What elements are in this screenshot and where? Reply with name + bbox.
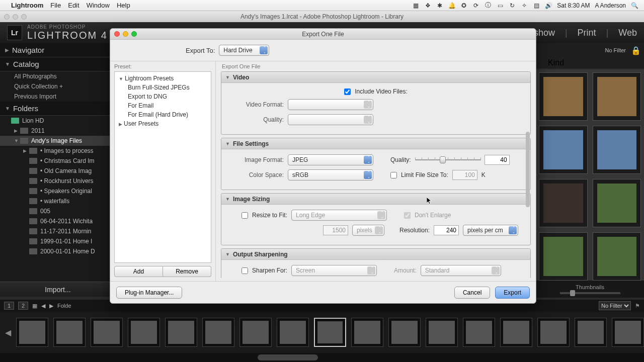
grid-thumb[interactable] bbox=[593, 126, 641, 174]
flag-icon[interactable]: ⚑ bbox=[635, 303, 640, 309]
spotlight-icon[interactable]: 🔍 bbox=[631, 2, 638, 9]
export-button[interactable]: Export bbox=[495, 287, 530, 299]
film-thumb[interactable] bbox=[612, 318, 644, 347]
grid-thumb[interactable] bbox=[593, 232, 641, 281]
menubar-clock[interactable]: Sat 8:30 AM bbox=[557, 2, 590, 9]
grid-thumb[interactable] bbox=[539, 232, 588, 281]
status-icon-3[interactable]: ✱ bbox=[436, 2, 443, 9]
menu-file[interactable]: File bbox=[50, 2, 61, 9]
time-machine-icon[interactable]: ↻ bbox=[509, 2, 516, 9]
film-thumb[interactable] bbox=[426, 318, 458, 347]
status-icon-10[interactable]: ✧ bbox=[521, 2, 528, 9]
preset-item[interactable]: For Email (Hard Drive) bbox=[115, 110, 211, 119]
catalog-all-photos[interactable]: All Photographs bbox=[0, 71, 116, 81]
catalog-previous-import[interactable]: Previous Import bbox=[0, 92, 116, 102]
section-image-sizing-header[interactable]: ▼Image Sizing bbox=[221, 194, 530, 205]
filter-select[interactable]: No Filter bbox=[599, 301, 631, 310]
film-thumb[interactable] bbox=[128, 318, 160, 347]
film-thumb[interactable] bbox=[388, 318, 421, 347]
film-thumb[interactable] bbox=[16, 318, 48, 347]
next-icon[interactable]: ▶ bbox=[49, 303, 53, 309]
preset-remove-button[interactable]: Remove bbox=[163, 266, 211, 277]
folder-child[interactable]: 2000-01-01 Home D bbox=[0, 246, 116, 256]
filmstrip-prev-icon[interactable]: ◀ bbox=[5, 328, 11, 337]
thumbnail-size-slider[interactable] bbox=[570, 290, 575, 296]
resolution-unit-select[interactable]: pixels per cm bbox=[463, 225, 518, 236]
module-web[interactable]: Web bbox=[618, 28, 637, 38]
film-thumb[interactable] bbox=[165, 318, 197, 347]
scrollbar[interactable] bbox=[526, 132, 530, 207]
folder-child[interactable]: 005 bbox=[0, 206, 116, 216]
color-space-select[interactable]: sRGB bbox=[288, 169, 373, 180]
folder-child[interactable]: • waterfalls bbox=[0, 196, 116, 206]
resolution-input[interactable] bbox=[434, 225, 459, 235]
notification-icon[interactable]: 🔔 bbox=[448, 2, 455, 9]
film-thumb[interactable] bbox=[277, 318, 309, 347]
preset-group-lightroom[interactable]: ▼Lightroom Presets bbox=[115, 74, 211, 83]
film-thumb[interactable] bbox=[91, 318, 123, 347]
import-button[interactable]: Import... bbox=[0, 282, 116, 297]
drive-row[interactable]: Lion HD bbox=[0, 116, 116, 126]
sync-icon[interactable]: ⟳ bbox=[472, 2, 479, 9]
preset-item[interactable]: Export to DNG bbox=[115, 92, 211, 101]
catalog-header[interactable]: ▼Catalog bbox=[0, 57, 116, 71]
catalog-quick-collection[interactable]: Quick Collection + bbox=[0, 81, 116, 92]
filmstrip-page-2[interactable]: 2 bbox=[18, 302, 28, 310]
cancel-button[interactable]: Cancel bbox=[454, 287, 490, 299]
navigator-header[interactable]: ▶Navigator bbox=[0, 43, 116, 57]
folder-child[interactable]: • Christmas Card Im bbox=[0, 156, 116, 166]
grid-view-icon[interactable]: ▦ bbox=[32, 303, 37, 309]
dialog-window-controls[interactable] bbox=[114, 31, 137, 37]
section-video-header[interactable]: ▼Video bbox=[221, 72, 530, 83]
volume-icon[interactable]: 🔊 bbox=[545, 2, 552, 9]
menubar-app-name[interactable]: Lightroom bbox=[11, 2, 43, 9]
grid-thumb[interactable] bbox=[539, 72, 588, 121]
film-thumb[interactable] bbox=[202, 318, 234, 347]
grid-thumb[interactable] bbox=[593, 179, 641, 227]
quality-slider[interactable] bbox=[415, 155, 480, 164]
status-icon-5[interactable]: ✪ bbox=[460, 2, 467, 9]
status-icon-7[interactable]: ⓘ bbox=[485, 2, 492, 9]
film-thumb[interactable] bbox=[500, 318, 532, 347]
preset-item[interactable]: For Email bbox=[115, 101, 211, 110]
limit-filesize-checkbox[interactable] bbox=[390, 172, 397, 178]
grid-thumb[interactable] bbox=[593, 72, 641, 121]
folders-header[interactable]: ▼Folders bbox=[0, 102, 116, 116]
status-icon-11[interactable]: ▤ bbox=[533, 2, 540, 9]
preset-group-user[interactable]: ▶User Presets bbox=[115, 119, 211, 128]
menu-edit[interactable]: Edit bbox=[68, 2, 79, 9]
export-to-select[interactable]: Hard Drive bbox=[219, 45, 269, 56]
filmstrip-page-1[interactable]: 1 bbox=[4, 302, 14, 310]
lock-icon[interactable]: 🔒 bbox=[631, 46, 641, 55]
preset-add-button[interactable]: Add bbox=[114, 266, 163, 277]
module-print[interactable]: Print bbox=[578, 28, 596, 38]
folder-child[interactable]: • Speakers Original bbox=[0, 186, 116, 196]
film-thumb[interactable] bbox=[537, 318, 570, 347]
include-video-checkbox[interactable] bbox=[344, 88, 351, 95]
section-output-sharpening-header[interactable]: ▼Output Sharpening bbox=[221, 249, 530, 260]
film-thumb[interactable] bbox=[575, 318, 607, 347]
status-icon-2[interactable]: ❖ bbox=[424, 2, 431, 9]
film-thumb-selected[interactable] bbox=[314, 318, 346, 347]
preset-item[interactable]: Burn Full-Sized JPEGs bbox=[115, 83, 211, 92]
menubar-user[interactable]: A Anderson bbox=[595, 2, 626, 9]
resize-to-fit-checkbox[interactable] bbox=[242, 212, 248, 219]
preset-list[interactable]: ▼Lightroom Presets Burn Full-Sized JPEGs… bbox=[114, 71, 211, 263]
section-file-settings-header[interactable]: ▼File Settings bbox=[221, 138, 530, 149]
prev-icon[interactable]: ◀ bbox=[41, 303, 45, 309]
folder-andy[interactable]: ▼Andy's Image Files bbox=[0, 136, 116, 146]
quality-input[interactable] bbox=[485, 155, 510, 165]
no-filter-label[interactable]: No Filter bbox=[605, 47, 626, 53]
image-format-select[interactable]: JPEG bbox=[288, 154, 373, 165]
filmstrip[interactable]: ◀ bbox=[0, 312, 644, 353]
sharpen-for-checkbox[interactable] bbox=[242, 267, 248, 274]
module-slideshow[interactable]: show bbox=[534, 28, 555, 38]
display-icon[interactable]: ▭ bbox=[497, 2, 504, 9]
window-controls[interactable] bbox=[4, 14, 27, 20]
grid-thumb[interactable] bbox=[539, 126, 588, 174]
folder-child[interactable]: 06-04-2011 Wichita bbox=[0, 216, 116, 226]
folder-2011[interactable]: ▶2011 bbox=[0, 126, 116, 136]
menu-window[interactable]: Window bbox=[87, 2, 110, 9]
plugin-manager-button[interactable]: Plug-in Manager... bbox=[116, 287, 182, 299]
folder-child[interactable]: • Rockhurst Univers bbox=[0, 176, 116, 186]
